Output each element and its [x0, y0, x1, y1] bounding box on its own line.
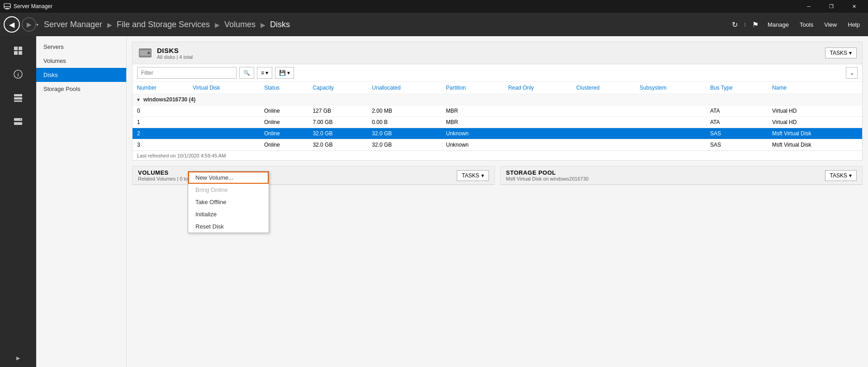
breadcrumb-root[interactable]: Server Manager: [44, 20, 102, 29]
forward-button[interactable]: ▶: [22, 17, 36, 32]
cell-2-0: 2: [133, 128, 188, 139]
table-row[interactable]: 3Online32.0 GB32.0 GBUnknownSASMsft Virt…: [133, 139, 862, 151]
cell-3-4: 32.0 GB: [367, 139, 441, 151]
disks-panel-subtitle: All disks | 4 total: [157, 54, 193, 60]
breadcrumb-current[interactable]: Disks: [270, 20, 290, 29]
disks-tasks-button[interactable]: TASKS ▾: [825, 48, 857, 58]
volumes-tasks-dropdown-icon: ▾: [481, 172, 484, 179]
disk-panel-icon: [138, 46, 152, 60]
cell-3-1: [188, 139, 260, 151]
help-menu-button[interactable]: Help: [843, 19, 864, 30]
sidebar-item-info[interactable]: i: [4, 63, 33, 85]
context-menu-item-2[interactable]: Take Offline: [188, 196, 269, 208]
breadcrumb-part1[interactable]: File and Storage Services: [117, 20, 210, 29]
nav-item-storage-pools[interactable]: Storage Pools: [36, 82, 126, 96]
expand-button[interactable]: ⌄: [846, 67, 858, 79]
svg-rect-10: [14, 97, 22, 100]
left-nav: Servers Volumes Disks Storage Pools: [36, 36, 127, 367]
col-capacity[interactable]: Capacity: [308, 82, 367, 94]
context-menu-item-0[interactable]: New Volume...: [188, 172, 269, 184]
col-virtual-disk[interactable]: Virtual Disk: [188, 82, 260, 94]
disks-title-area: DISKS All disks | 4 total: [138, 46, 193, 60]
context-menu-item-4[interactable]: Reset Disk: [188, 220, 269, 233]
flag-button[interactable]: ⚑: [749, 19, 761, 31]
maximize-button[interactable]: ❐: [821, 0, 842, 13]
servers-icon: [13, 93, 23, 103]
cell-3-8: [635, 139, 706, 151]
list-view-button[interactable]: ≡ ▾: [257, 67, 272, 79]
cell-2-8: [635, 128, 706, 139]
col-status[interactable]: Status: [260, 82, 308, 94]
tools-menu-button[interactable]: Tools: [795, 19, 818, 30]
volumes-tasks-button[interactable]: TASKS ▾: [457, 170, 489, 181]
cell-0-2: Online: [260, 105, 308, 117]
col-bus-type[interactable]: Bus Type: [706, 82, 768, 94]
table-row[interactable]: 2Online32.0 GB32.0 GBUnknownSASMsft Virt…: [133, 128, 862, 139]
table-row[interactable]: 0Online127 GB2.00 MBMBRATAVirtual HD: [133, 105, 862, 117]
col-number[interactable]: Number: [133, 82, 188, 94]
group-expand-icon: ▼: [136, 97, 141, 102]
cell-0-1: [188, 105, 260, 117]
close-button[interactable]: ✕: [844, 0, 864, 13]
view-menu-button[interactable]: View: [820, 19, 841, 30]
tasks-dropdown-icon: ▾: [849, 50, 852, 56]
volumes-panel-title: VOLUMES: [138, 169, 193, 176]
info-icon: i: [13, 69, 23, 79]
volumes-panel: VOLUMES Related Volumes | 0 total TASKS …: [132, 166, 495, 185]
cell-2-5: Unknown: [441, 128, 503, 139]
context-menu-item-3[interactable]: Initialize: [188, 208, 269, 220]
refresh-button[interactable]: ↻: [729, 19, 740, 31]
cell-3-6: [503, 139, 572, 151]
sidebar-item-storage[interactable]: [4, 110, 33, 132]
nav-item-disks[interactable]: Disks: [36, 68, 126, 82]
cell-1-0: 1: [133, 117, 188, 128]
cell-2-9: SAS: [706, 128, 768, 139]
storage-pool-tasks-dropdown-icon: ▾: [849, 172, 852, 179]
breadcrumb: Server Manager ▶ File and Storage Servic…: [44, 20, 729, 29]
search-button[interactable]: 🔍: [239, 67, 254, 79]
cell-3-2: Online: [260, 139, 308, 151]
storage-pool-panel-title: STORAGE POOL: [506, 169, 589, 176]
manage-menu-button[interactable]: Manage: [763, 19, 793, 30]
cell-3-10: Msft Virtual Disk: [768, 139, 862, 151]
cell-2-10: Msft Virtual Disk: [768, 128, 862, 139]
context-menu: New Volume...Bring OnlineTake OfflineIni…: [188, 171, 269, 233]
breadcrumb-part2[interactable]: Volumes: [224, 20, 256, 29]
cell-1-4: 0.00 B: [367, 117, 441, 128]
nav-item-volumes[interactable]: Volumes: [36, 54, 126, 68]
col-name[interactable]: Name: [768, 82, 862, 94]
storage-pool-tasks-button[interactable]: TASKS ▾: [825, 170, 857, 181]
cell-2-2: Online: [260, 128, 308, 139]
col-unallocated[interactable]: Unallocated: [367, 82, 441, 94]
disks-table-container: Number Virtual Disk Status Capacity Unal…: [133, 82, 862, 151]
sidebar-item-servers[interactable]: [4, 87, 33, 109]
search-icon: 🔍: [243, 70, 250, 76]
save-button[interactable]: 💾 ▾: [275, 67, 294, 79]
back-button[interactable]: ◀: [4, 16, 20, 33]
svg-rect-9: [14, 94, 22, 96]
cell-2-7: [572, 128, 635, 139]
cell-0-10: Virtual HD: [768, 105, 862, 117]
cell-1-9: ATA: [706, 117, 768, 128]
filter-input[interactable]: [137, 67, 237, 79]
sidebar-expand-button[interactable]: ▶: [4, 353, 33, 363]
history-dropdown-button[interactable]: ▾: [36, 22, 38, 27]
table-row[interactable]: 1Online7.00 GB0.00 BMBRATAVirtual HD: [133, 117, 862, 128]
svg-rect-2: [4, 6, 10, 7]
minimize-button[interactable]: ─: [798, 0, 819, 13]
cell-3-3: 32.0 GB: [308, 139, 367, 151]
status-bar: Last refreshed on 10/1/2020 4:59:45 AM: [133, 151, 862, 160]
col-subsystem[interactable]: Subsystem: [635, 82, 706, 94]
table-group-header[interactable]: ▼windows2016730 (4): [133, 94, 862, 105]
col-read-only[interactable]: Read Only: [503, 82, 572, 94]
table-header-row: Number Virtual Disk Status Capacity Unal…: [133, 82, 862, 94]
col-clustered[interactable]: Clustered: [572, 82, 635, 94]
nav-item-servers[interactable]: Servers: [36, 40, 126, 54]
context-menu-item-1[interactable]: Bring Online: [188, 184, 269, 196]
app-icon: [4, 3, 11, 10]
svg-rect-0: [4, 4, 10, 8]
sidebar-item-dashboard[interactable]: [4, 40, 33, 62]
col-partition[interactable]: Partition: [441, 82, 503, 94]
cell-0-3: 127 GB: [308, 105, 367, 117]
cell-2-3: 32.0 GB: [308, 128, 367, 139]
